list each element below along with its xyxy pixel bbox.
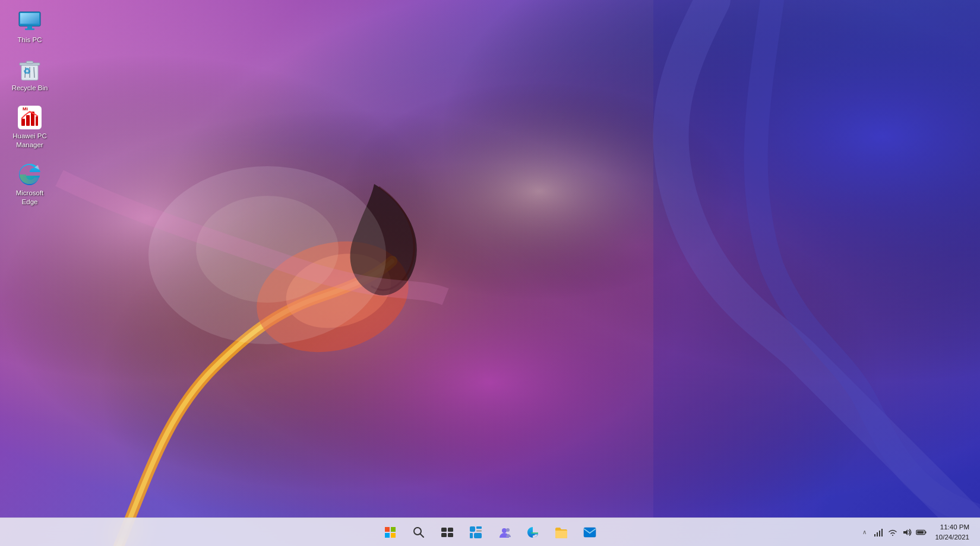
huawei-icon: Mi bbox=[18, 106, 42, 129]
svg-point-44 bbox=[502, 528, 507, 533]
taskbar-right: ∧ bbox=[859, 521, 973, 542]
clock-date: 10/24/2021 bbox=[935, 532, 969, 542]
desktop-icon-recycle-bin[interactable]: ♻ Recycle Bin bbox=[6, 54, 53, 96]
battery-icon[interactable] bbox=[916, 527, 927, 538]
desktop-icons: This PC ♻ Recyc bbox=[6, 6, 53, 210]
svg-rect-10 bbox=[653, 0, 980, 546]
svg-rect-51 bbox=[881, 529, 883, 537]
mail-button[interactable] bbox=[577, 519, 603, 545]
start-button[interactable] bbox=[377, 519, 403, 545]
teams-button[interactable] bbox=[491, 519, 517, 545]
svg-rect-24 bbox=[21, 119, 25, 126]
svg-text:♻: ♻ bbox=[23, 66, 31, 76]
edge-icon bbox=[18, 163, 42, 186]
huawei-label: Huawei PC Manager bbox=[10, 132, 50, 150]
svg-rect-14 bbox=[27, 26, 32, 28]
svg-rect-35 bbox=[441, 528, 447, 532]
svg-rect-43 bbox=[474, 533, 482, 538]
svg-rect-30 bbox=[391, 527, 396, 532]
svg-rect-29 bbox=[385, 527, 390, 532]
svg-rect-46 bbox=[584, 528, 596, 537]
desktop-icon-huawei-pc-manager[interactable]: Mi Huawei PC Manager bbox=[6, 102, 53, 153]
svg-rect-36 bbox=[448, 528, 453, 532]
recycle-bin-icon: ♻ bbox=[18, 58, 42, 81]
edge-label: Microsoft Edge bbox=[10, 189, 50, 207]
svg-line-34 bbox=[421, 534, 423, 537]
taskbar-center bbox=[377, 519, 603, 545]
svg-rect-31 bbox=[385, 533, 390, 538]
svg-rect-49 bbox=[877, 532, 878, 537]
svg-line-19 bbox=[34, 67, 34, 78]
svg-rect-13 bbox=[20, 13, 39, 24]
system-tray: ∧ bbox=[859, 527, 927, 538]
tray-chevron[interactable]: ∧ bbox=[859, 527, 870, 538]
svg-rect-39 bbox=[470, 526, 475, 532]
this-pc-label: This PC bbox=[18, 36, 42, 45]
clock-time: 11:40 PM bbox=[940, 522, 969, 532]
desktop: This PC ♻ Recyc bbox=[0, 0, 980, 546]
svg-rect-38 bbox=[448, 533, 453, 537]
desktop-icon-microsoft-edge[interactable]: Microsoft Edge bbox=[6, 159, 53, 210]
recycle-bin-label: Recycle Bin bbox=[12, 84, 48, 93]
signal-icon bbox=[873, 527, 884, 538]
svg-rect-40 bbox=[476, 526, 482, 529]
svg-rect-15 bbox=[25, 28, 34, 30]
svg-rect-41 bbox=[476, 530, 482, 532]
svg-point-33 bbox=[414, 528, 421, 535]
wifi-icon[interactable] bbox=[887, 527, 898, 538]
svg-rect-54 bbox=[925, 531, 927, 534]
this-pc-icon bbox=[18, 9, 42, 33]
clock[interactable]: 11:40 PM 10/24/2021 bbox=[931, 521, 973, 542]
widgets-button[interactable] bbox=[463, 519, 489, 545]
svg-rect-27 bbox=[36, 116, 38, 126]
svg-rect-32 bbox=[391, 533, 396, 538]
volume-icon[interactable] bbox=[902, 527, 912, 538]
wallpaper-decoration bbox=[0, 0, 980, 546]
svg-rect-53 bbox=[918, 531, 924, 534]
svg-rect-25 bbox=[26, 115, 30, 126]
svg-rect-48 bbox=[874, 534, 875, 537]
desktop-icon-this-pc[interactable]: This PC bbox=[6, 6, 53, 48]
svg-rect-42 bbox=[470, 533, 473, 538]
search-button[interactable] bbox=[406, 519, 432, 545]
file-explorer-button[interactable] bbox=[548, 519, 574, 545]
svg-rect-37 bbox=[441, 533, 447, 537]
svg-rect-50 bbox=[879, 531, 880, 537]
task-view-button[interactable] bbox=[434, 519, 460, 545]
svg-rect-21 bbox=[26, 61, 33, 64]
svg-text:Mi: Mi bbox=[23, 106, 28, 112]
taskbar: ∧ bbox=[0, 518, 980, 546]
edge-taskbar-button[interactable] bbox=[520, 519, 546, 545]
svg-point-45 bbox=[506, 528, 510, 532]
